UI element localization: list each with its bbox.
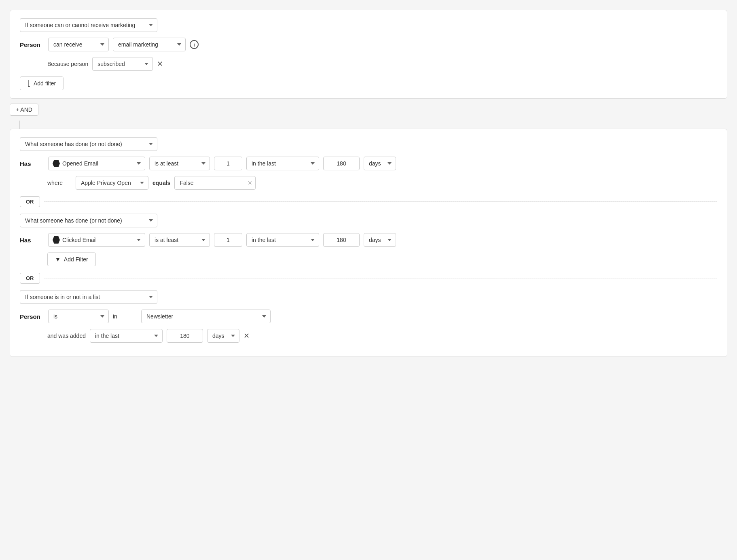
list-condition-select[interactable]: If someone is in or not in a list xyxy=(20,290,157,304)
subscribed-select[interactable]: subscribed xyxy=(92,57,153,71)
and-button[interactable]: + AND xyxy=(10,104,38,116)
condition-row-3: What someone has done (or not done) xyxy=(20,214,717,227)
was-added-label: and was added xyxy=(47,333,86,339)
has-label-2: Has xyxy=(20,237,44,244)
was-added-row: and was added in the last days ✕ xyxy=(47,329,717,343)
clicked-time-select[interactable]: in the last xyxy=(246,233,319,247)
person-row: Person can receive email marketing i xyxy=(20,38,717,51)
has-done-select-2[interactable]: What someone has done (or not done) xyxy=(20,214,157,227)
and-connector: + AND xyxy=(10,104,727,116)
add-filter-row-2: ▼ Add Filter xyxy=(47,252,717,266)
opened-email-label: Opened Email xyxy=(62,160,98,167)
condition-row-2: What someone has done (or not done) xyxy=(20,137,717,151)
opened-days-input[interactable] xyxy=(323,157,360,170)
info-icon[interactable]: i xyxy=(190,40,199,49)
or-button-2[interactable]: OR xyxy=(20,273,40,284)
clicked-email-label: Clicked Email xyxy=(62,237,97,243)
equals-value-input[interactable] xyxy=(174,176,256,190)
event-icon-2 xyxy=(53,236,60,244)
because-label: Because person xyxy=(47,61,88,67)
event-icon-1 xyxy=(53,160,60,167)
equals-value-wrapper: ✕ xyxy=(174,176,256,190)
opened-email-row: Has Opened Email is at least in the last… xyxy=(20,157,717,170)
where-row: where Apple Privacy Open equals ✕ xyxy=(47,176,717,190)
or-row-2: OR xyxy=(20,273,717,284)
clicked-email-select[interactable]: Clicked Email xyxy=(48,233,145,247)
and-line xyxy=(19,121,20,129)
clicked-condition-select[interactable]: is at least xyxy=(149,233,210,247)
equals-label: equals xyxy=(152,180,170,186)
opened-days-unit-select[interactable]: days xyxy=(364,157,396,170)
or-button-1[interactable]: OR xyxy=(20,196,40,207)
or-line-2 xyxy=(44,278,718,278)
clicked-email-row: Has Clicked Email is at least in the las… xyxy=(20,233,717,247)
opened-count-input[interactable] xyxy=(214,157,242,170)
opened-condition-select[interactable]: is at least xyxy=(149,157,210,170)
close-icon-subscribed[interactable]: ✕ xyxy=(157,60,163,68)
has-label-1: Has xyxy=(20,160,44,167)
add-filter-label-2: Add Filter xyxy=(64,256,88,263)
add-filter-label-1: Add filter xyxy=(34,80,56,87)
time2-select[interactable]: in the last xyxy=(90,329,163,343)
has-done-select-1[interactable]: What someone has done (or not done) xyxy=(20,137,157,151)
clicked-days-unit-select[interactable]: days xyxy=(364,233,396,247)
or-line-1 xyxy=(44,202,718,202)
is-select[interactable]: is xyxy=(48,310,109,323)
filter-icon-1: ⎣ xyxy=(28,80,30,87)
condition-row-1: If someone can or cannot receive marketi… xyxy=(20,18,717,32)
where-label: where xyxy=(47,180,72,186)
person-label: Person xyxy=(20,41,44,48)
can-receive-select[interactable]: can receive xyxy=(48,38,109,51)
in-label: in xyxy=(113,313,137,320)
where-field-select[interactable]: Apple Privacy Open xyxy=(76,176,148,190)
email-marketing-select[interactable]: email marketing xyxy=(113,38,186,51)
opened-email-select[interactable]: Opened Email xyxy=(48,157,145,170)
because-row: Because person subscribed ✕ xyxy=(47,57,717,71)
close-icon-was-added[interactable]: ✕ xyxy=(244,332,250,339)
or-row-1: OR xyxy=(20,196,717,207)
block-marketing: If someone can or cannot receive marketi… xyxy=(10,10,727,99)
filter-icon-2: ▼ xyxy=(55,256,61,263)
opened-time-select[interactable]: in the last xyxy=(246,157,319,170)
person-label-2: Person xyxy=(20,313,44,320)
days2-input[interactable] xyxy=(167,329,203,343)
clicked-days-input[interactable] xyxy=(323,233,360,247)
close-icon-equals[interactable]: ✕ xyxy=(248,180,252,186)
newsletter-select[interactable]: Newsletter xyxy=(141,310,271,323)
list-condition-row: If someone is in or not in a list xyxy=(20,290,717,304)
days2-unit-select[interactable]: days xyxy=(207,329,239,343)
marketing-condition-select[interactable]: If someone can or cannot receive marketi… xyxy=(20,18,157,32)
add-filter-row-1: ⎣ Add filter xyxy=(20,76,717,90)
add-filter-button-1[interactable]: ⎣ Add filter xyxy=(20,76,64,90)
clicked-count-input[interactable] xyxy=(214,233,242,247)
person-list-row: Person is in Newsletter xyxy=(20,310,717,323)
add-filter-button-2[interactable]: ▼ Add Filter xyxy=(47,252,96,266)
block-actions: What someone has done (or not done) Has … xyxy=(10,129,727,357)
